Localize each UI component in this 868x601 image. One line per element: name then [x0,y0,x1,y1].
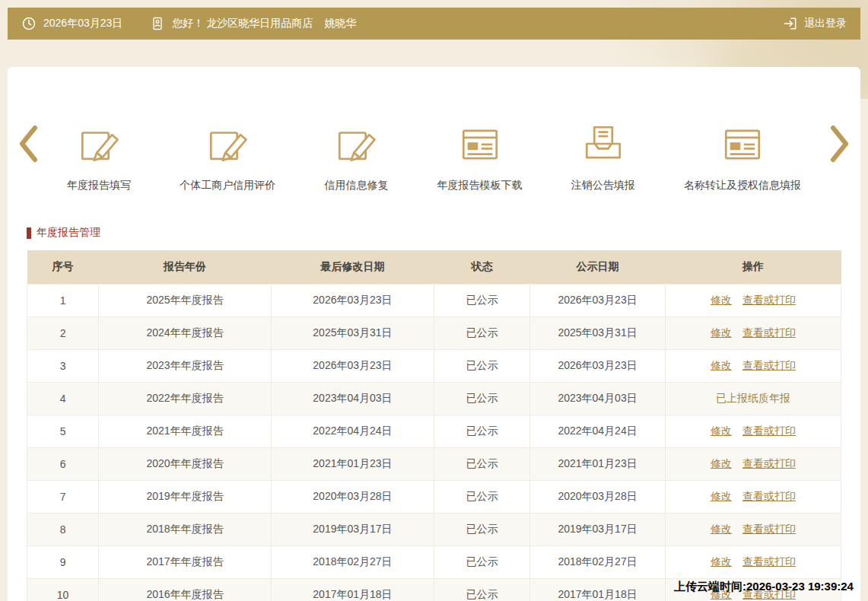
report-year-cell: 2023年年度报告 [99,349,272,382]
row-number-cell: 1 [27,284,99,316]
row-number-cell: 8 [27,513,99,545]
actions-cell: 修改查看或打印 [665,480,841,513]
main-card: 年度报告填写个体工商户信用评价信用信息修复年度报告模板下载注销公告填报名称转让及… [8,67,860,601]
logout-label: 退出登录 [804,17,847,30]
clock-icon [21,16,37,31]
feature-item-2[interactable]: 个体工商户信用评价 [180,122,275,192]
status-cell: 已公示 [434,480,529,513]
actions-cell: 修改查看或打印 [665,349,841,382]
row-number-cell: 6 [27,447,99,480]
status-cell: 已公示 [434,545,529,578]
table-row: 32023年年度报告2026年03月23日已公示2026年03月23日修改查看或… [27,349,841,382]
topbar: 2026年03月23日 您好！ 龙沙区晓华日用品商店 姚晓华 退出登录 [8,8,860,40]
table-row: 52021年年度报告2022年04月24日已公示2022年04月24日修改查看或… [27,415,841,447]
feature-label: 个体工商户信用评价 [180,179,275,192]
modify-link[interactable]: 修改 [711,457,732,469]
status-cell: 已公示 [434,284,529,316]
column-header: 操作 [665,250,841,284]
report-year-cell: 2016年年度报告 [99,578,272,601]
carousel-next-button[interactable] [830,125,850,165]
row-number-cell: 7 [27,480,99,513]
view-print-link[interactable]: 查看或打印 [742,294,796,306]
modify-link[interactable]: 修改 [711,359,732,371]
modified-date-cell: 2026年03月23日 [271,349,434,382]
edit-icon [205,155,250,168]
user-badge-icon [150,16,165,31]
publish-date-cell: 2017年01月18日 [530,578,666,601]
publish-date-cell: 2022年04月24日 [530,415,666,447]
view-print-link[interactable]: 查看或打印 [742,425,796,437]
modify-link[interactable]: 修改 [711,555,732,568]
modified-date-cell: 2025年03月31日 [271,316,434,349]
table-row: 82018年年度报告2019年03月17日已公示2019年03月17日修改查看或… [27,513,841,545]
carousel-prev-button[interactable] [18,125,38,165]
modify-link[interactable]: 修改 [711,523,732,535]
row-number-cell: 3 [27,349,99,382]
row-number-cell: 9 [27,545,99,578]
report-year-cell: 2024年年度报告 [99,316,272,349]
table-row: 12025年年度报告2026年03月23日已公示2026年03月23日修改查看或… [27,284,841,316]
company-name: 龙沙区晓华日用品商店 [206,17,313,30]
view-print-link[interactable]: 查看或打印 [742,523,796,535]
section-title: 年度报告管理 [37,226,100,240]
modify-link[interactable]: 修改 [711,425,732,437]
status-cell: 已公示 [434,382,529,415]
publish-date-cell: 2019年03月17日 [530,513,666,545]
topbar-left: 2026年03月23日 您好！ 龙沙区晓华日用品商店 姚晓华 [21,16,783,31]
publish-date-cell: 2021年01月23日 [530,447,666,480]
report-year-cell: 2018年年度报告 [99,513,272,545]
feature-item-4[interactable]: 年度报告模板下载 [437,122,523,192]
table-row: 72019年年度报告2020年03月28日已公示2020年03月28日修改查看或… [27,480,841,513]
edit-icon [334,155,378,168]
view-print-link[interactable]: 查看或打印 [742,555,796,568]
row-number-cell: 10 [27,578,99,601]
feature-item-3[interactable]: 信用信息修复 [324,122,388,192]
view-print-link[interactable]: 查看或打印 [742,457,796,469]
logout-icon [783,16,798,31]
status-cell: 已公示 [434,513,529,545]
view-print-link[interactable]: 查看或打印 [742,359,796,371]
modify-link[interactable]: 修改 [711,294,732,306]
table-head: 序号报告年份最后修改日期状态公示日期操作 [27,250,841,284]
section-bullet [27,227,31,239]
modified-date-cell: 2021年01月23日 [271,447,434,480]
publish-date-cell: 2026年03月23日 [530,349,666,382]
modify-link[interactable]: 修改 [711,326,732,339]
column-header: 公示日期 [530,250,666,284]
feature-label: 年度报告填写 [67,179,131,192]
modified-date-cell: 2020年03月28日 [271,480,434,513]
view-print-link[interactable]: 查看或打印 [742,326,796,339]
view-print-link[interactable]: 查看或打印 [742,490,796,502]
report-year-cell: 2019年年度报告 [99,480,272,513]
table-row: 22024年年度报告2025年03月31日已公示2025年03月31日修改查看或… [27,316,841,349]
modify-link[interactable]: 修改 [711,490,732,502]
feature-label: 注销公告填报 [571,179,635,192]
feature-item-6[interactable]: 名称转让及授权信息填报 [684,122,801,192]
inbox-icon [581,155,625,168]
user-name: 姚晓华 [324,17,356,30]
current-date: 2026年03月23日 [43,17,122,30]
window-icon [458,155,502,168]
table-row: 42022年年度报告2023年04月03日已公示2023年04月03日已上报纸质… [27,382,841,415]
publish-date-cell: 2025年03月31日 [530,316,666,349]
modified-date-cell: 2022年04月24日 [271,415,434,447]
feature-item-5[interactable]: 注销公告填报 [571,122,635,192]
column-header: 最后修改日期 [271,250,434,284]
report-year-cell: 2017年年度报告 [99,545,272,578]
publish-date-cell: 2018年02月27日 [530,545,666,578]
publish-date-cell: 2026年03月23日 [530,284,666,316]
actions-cell: 修改查看或打印 [665,415,841,447]
feature-item-1[interactable]: 年度报告填写 [67,122,131,192]
feature-carousel: 年度报告填写个体工商户信用评价信用信息修复年度报告模板下载注销公告填报名称转让及… [8,67,860,192]
carousel-items: 年度报告填写个体工商户信用评价信用信息修复年度报告模板下载注销公告填报名称转让及… [67,122,801,192]
status-cell: 已公示 [434,349,529,382]
publish-date-cell: 2020年03月28日 [530,480,666,513]
column-header: 报告年份 [99,250,272,284]
modified-date-cell: 2017年01月18日 [271,578,434,601]
report-year-cell: 2020年年度报告 [99,447,272,480]
annual-report-table: 序号报告年份最后修改日期状态公示日期操作 12025年年度报告2026年03月2… [27,250,841,601]
logout-button[interactable]: 退出登录 [783,16,847,31]
status-cell: 已公示 [434,578,529,601]
window-icon [720,155,765,168]
row-number-cell: 4 [27,382,99,415]
